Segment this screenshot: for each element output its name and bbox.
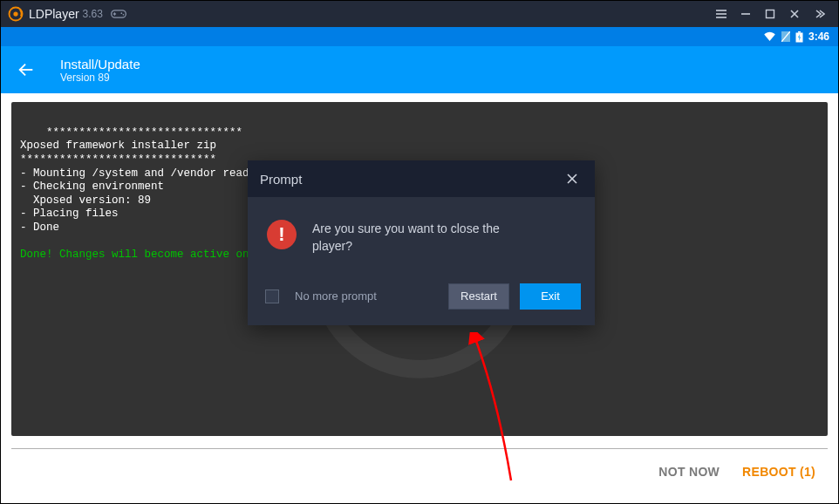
app-name: LDPlayer xyxy=(29,7,79,21)
terminal-line: - Checking environment xyxy=(20,180,164,193)
app-header: Install/Update Version 89 xyxy=(1,46,838,93)
exit-button[interactable]: Exit xyxy=(520,283,581,310)
no-more-prompt-label: No more prompt xyxy=(295,289,377,303)
dialog-message: Are you sure you want to close the playe… xyxy=(312,220,539,255)
page-subtitle: Version 89 xyxy=(60,72,140,84)
terminal-line: Xposed version: 89 xyxy=(20,194,151,207)
no-more-prompt-checkbox[interactable] xyxy=(265,289,279,303)
terminal-line: - Placing files xyxy=(20,208,119,220)
dialog-body: ! Are you sure you want to close the pla… xyxy=(248,197,595,273)
terminal-line: ****************************** xyxy=(46,126,242,139)
titlebar: LDPlayer 3.63 xyxy=(1,1,838,27)
terminal-line: - Done xyxy=(20,221,59,234)
dialog-header: Prompt xyxy=(248,160,595,197)
svg-point-1 xyxy=(13,11,17,16)
sim-icon xyxy=(781,31,790,42)
menu-icon[interactable] xyxy=(709,2,733,26)
controller-icon xyxy=(110,8,127,20)
dialog-footer: No more prompt Restart Exit xyxy=(248,273,595,325)
reboot-button[interactable]: REBOOT (1) xyxy=(742,465,815,479)
status-time: 3:46 xyxy=(808,31,829,43)
dialog-close-icon[interactable] xyxy=(562,168,583,189)
svg-rect-11 xyxy=(767,10,774,18)
bottom-bar: NOT NOW REBOOT (1) xyxy=(1,449,838,479)
back-arrow-icon[interactable] xyxy=(17,60,36,79)
maximize-icon[interactable] xyxy=(758,2,782,26)
expand-icon[interactable] xyxy=(807,2,831,26)
terminal-line: Xposed framework installer zip xyxy=(20,140,216,152)
restart-button[interactable]: Restart xyxy=(448,283,509,310)
app-version: 3.63 xyxy=(83,8,103,20)
android-status-bar: 3:46 xyxy=(1,27,838,46)
not-now-button[interactable]: NOT NOW xyxy=(658,465,720,479)
ldplayer-logo-icon xyxy=(8,6,24,22)
alert-icon: ! xyxy=(267,220,297,249)
dialog-title: Prompt xyxy=(260,172,302,187)
terminal-line: ****************************** xyxy=(20,153,216,166)
svg-point-5 xyxy=(120,12,122,14)
minimize-icon[interactable] xyxy=(733,2,758,26)
prompt-dialog: Prompt ! Are you sure you want to close … xyxy=(248,160,595,325)
battery-icon xyxy=(795,31,803,43)
svg-point-6 xyxy=(123,14,125,16)
wifi-icon xyxy=(763,31,776,42)
page-title: Install/Update xyxy=(60,57,140,72)
svg-rect-16 xyxy=(798,31,801,33)
close-icon[interactable] xyxy=(782,2,807,26)
